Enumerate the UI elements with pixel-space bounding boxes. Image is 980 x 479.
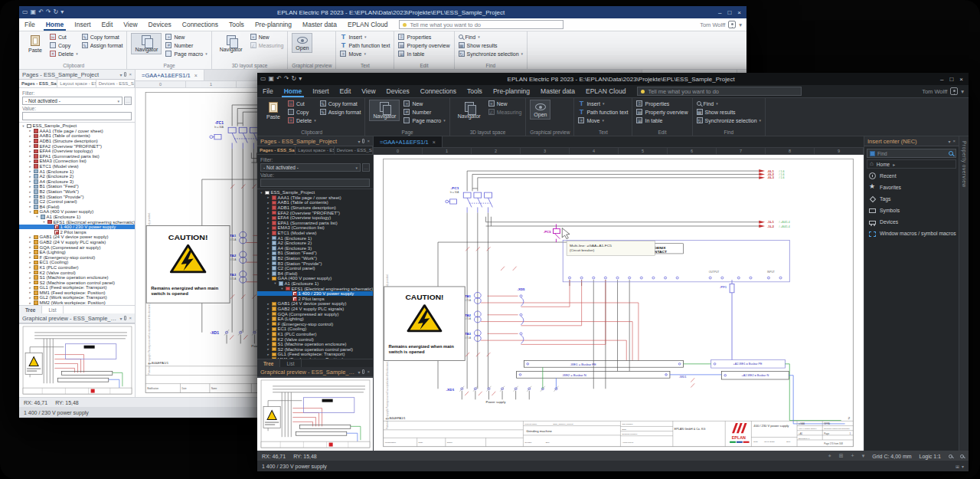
ribbon-tab[interactable]: Pre-planning bbox=[250, 18, 297, 31]
tree-item[interactable]: AAB1 (Table of contents) bbox=[19, 133, 135, 139]
expand-arrow-icon[interactable] bbox=[28, 265, 32, 269]
expand-arrow-icon[interactable] bbox=[266, 267, 270, 271]
expand-arrow-icon[interactable] bbox=[35, 215, 39, 218]
expand-arrow-icon[interactable] bbox=[266, 302, 270, 306]
tree-list-tab[interactable]: Tree bbox=[257, 359, 280, 367]
ribbon-tab[interactable]: View bbox=[356, 85, 381, 97]
tree-item[interactable]: GL1 (Feed workpiece: Transport) bbox=[257, 352, 373, 357]
synchronize-dropdown-icon[interactable]: ▾ bbox=[760, 118, 762, 123]
tell-me-search[interactable]: Tell me what you want to do bbox=[637, 87, 802, 96]
tree-item[interactable]: B2 (Station "Work") bbox=[257, 256, 373, 261]
expand-arrow-icon[interactable] bbox=[28, 290, 32, 294]
expand-arrow-icon[interactable] bbox=[266, 226, 270, 230]
expand-arrow-icon[interactable] bbox=[28, 296, 32, 300]
preview-pin-icon[interactable] bbox=[124, 316, 126, 320]
redo-icon[interactable]: ↷ bbox=[284, 76, 289, 82]
navigator-tab[interactable]: Pages - ESS_Sample_P... bbox=[257, 146, 296, 154]
page-number-button[interactable]: #Number bbox=[165, 41, 207, 49]
expand-arrow-icon[interactable] bbox=[28, 271, 32, 274]
insert-text-dropdown-icon[interactable]: ▾ bbox=[364, 34, 367, 39]
save-icon[interactable]: ▣ bbox=[31, 9, 37, 15]
panel-close-icon[interactable]: × bbox=[129, 72, 132, 77]
qat-dropdown-icon[interactable]: ▾ bbox=[60, 9, 64, 15]
expand-arrow-icon[interactable] bbox=[28, 139, 32, 143]
tree-item[interactable]: A1 (Enclosure 1) bbox=[257, 281, 373, 287]
tree-list-tab[interactable]: List bbox=[42, 306, 63, 313]
expand-arrow-icon[interactable] bbox=[266, 206, 270, 210]
tree-item[interactable]: A1 (Enclosure 1) bbox=[257, 235, 373, 241]
tree-item[interactable]: K1 (PLC controller) bbox=[19, 265, 135, 271]
tree-item[interactable]: ESS_Sample_Project bbox=[19, 123, 135, 129]
undo-icon[interactable]: ↶ bbox=[38, 9, 44, 15]
tree-item[interactable]: C2 (Control panel) bbox=[257, 266, 373, 271]
tree-item[interactable]: GAA (400 V power supply) bbox=[19, 209, 135, 215]
cut-button[interactable]: ✂Cut bbox=[288, 100, 316, 107]
panel-close-icon[interactable]: × bbox=[367, 139, 370, 143]
expand-arrow-icon[interactable] bbox=[266, 195, 270, 199]
tree-item[interactable]: B4 (Field) bbox=[19, 205, 135, 210]
tree-item[interactable]: S2 (Machine operation control panel) bbox=[257, 346, 373, 352]
delete-button[interactable]: ×Delete▾ bbox=[288, 116, 316, 124]
layout-navigator-button[interactable]: Navigator bbox=[454, 100, 485, 121]
expand-arrow-icon[interactable] bbox=[260, 191, 263, 195]
tree-item[interactable]: B4 (Field) bbox=[257, 271, 373, 277]
page-macro-dropdown-icon[interactable]: ▾ bbox=[205, 51, 207, 56]
insert-text-dropdown-icon[interactable]: ▾ bbox=[603, 101, 605, 106]
panel-dropdown-icon[interactable]: ▾ bbox=[119, 72, 122, 77]
expand-arrow-icon[interactable] bbox=[28, 179, 32, 183]
tree-item[interactable]: C2 (Control panel) bbox=[19, 199, 135, 205]
navigator-tab[interactable]: Layout space - ESS_Sa... bbox=[57, 80, 96, 87]
expand-arrow-icon[interactable] bbox=[28, 149, 32, 153]
drawing-canvas[interactable]: Protected by copyright. Passing on as we… bbox=[374, 155, 864, 451]
tree-list-tab[interactable]: List bbox=[280, 359, 301, 367]
tree-item[interactable]: EFA2 (Overview "PROFINET") bbox=[19, 143, 135, 149]
tree-item[interactable]: ADB1 (Structure description) bbox=[19, 139, 135, 144]
show-results-button[interactable]: ▦Show results bbox=[459, 41, 524, 49]
layout-new-button[interactable]: +New bbox=[488, 100, 522, 107]
editor-tab-close-icon[interactable]: × bbox=[194, 73, 198, 78]
expand-arrow-icon[interactable] bbox=[28, 200, 32, 204]
ribbon-tab[interactable]: Master data bbox=[535, 85, 580, 97]
tree-item[interactable]: GAB1 (24 V device power supply) bbox=[257, 301, 373, 307]
expand-arrow-icon[interactable] bbox=[266, 201, 270, 205]
expand-arrow-icon[interactable] bbox=[266, 236, 270, 240]
copy-button[interactable]: Copy bbox=[288, 108, 316, 116]
eplan-window-front[interactable]: ▭ ▣ ↶ ↷ ↻ ▾ EPLAN Electric P8 2023 - E:\… bbox=[257, 73, 969, 471]
tree-item[interactable]: K2 (Valve control) bbox=[19, 270, 135, 275]
expand-arrow-icon[interactable] bbox=[28, 159, 32, 163]
expand-arrow-icon[interactable] bbox=[266, 347, 270, 351]
move-button[interactable]: ⌖Move▾ bbox=[340, 50, 390, 57]
expand-arrow-icon[interactable] bbox=[28, 195, 32, 198]
filter-combo[interactable]: - Not activated - ▾ bbox=[260, 163, 361, 172]
page-new-button[interactable]: +New bbox=[403, 100, 445, 107]
editor-tab[interactable]: =GAA+A1&EFS1/1 × bbox=[374, 136, 443, 147]
expand-arrow-icon[interactable] bbox=[266, 211, 270, 215]
page-new-button[interactable]: +New bbox=[165, 33, 207, 41]
ribbon-tab[interactable]: Home bbox=[279, 85, 308, 97]
navigator-tab[interactable]: Devices - ESS_Sample_... bbox=[96, 80, 135, 87]
page-navigator-button[interactable]: Navigator bbox=[369, 100, 400, 121]
panel-dropdown-icon[interactable]: ▾ bbox=[358, 139, 360, 144]
user-area[interactable]: Tom Wolff ▾ bbox=[700, 21, 746, 28]
page-macro-button[interactable]: Page macro▾ bbox=[165, 50, 207, 57]
move-button[interactable]: ⌖Move▾ bbox=[578, 116, 628, 124]
ribbon-tab[interactable]: Connections bbox=[415, 85, 462, 97]
home-icon[interactable]: ⌂ bbox=[870, 161, 874, 167]
redo-icon[interactable]: ↷ bbox=[46, 9, 51, 15]
refresh-icon[interactable]: ↻ bbox=[54, 9, 59, 15]
insert-center-item[interactable]: Favorites bbox=[864, 182, 959, 193]
synchronize-selection-button[interactable]: ↻Synchronize selection▾ bbox=[459, 50, 524, 57]
qat-dropdown-icon[interactable]: ▾ bbox=[299, 76, 302, 82]
insert-center-breadcrumb[interactable]: ⌂ Home ▸ bbox=[867, 159, 956, 169]
tree-item[interactable]: MM1 (Feed workpiece: Position) bbox=[19, 290, 135, 296]
tree-item[interactable]: ESS_Sample_Project bbox=[257, 190, 373, 195]
tree-item[interactable]: S1 (Machine operation enclosure) bbox=[257, 342, 373, 347]
preview-panel-header[interactable]: Graphical preview - ESS_Sample_Project ▾… bbox=[19, 313, 135, 323]
cut-button[interactable]: ✂Cut bbox=[50, 33, 78, 41]
tree-item[interactable]: A1 (Enclosure 1) bbox=[19, 169, 135, 174]
pin-icon[interactable] bbox=[362, 139, 364, 143]
quick-access-toolbar[interactable]: ▭ ▣ ↶ ↷ ↻ ▾ bbox=[22, 9, 64, 15]
delete-dropdown-icon[interactable]: ▾ bbox=[76, 51, 78, 56]
new-icon[interactable]: ▭ bbox=[22, 9, 28, 15]
tree-item[interactable]: A2 (Enclosure 2) bbox=[19, 174, 135, 179]
